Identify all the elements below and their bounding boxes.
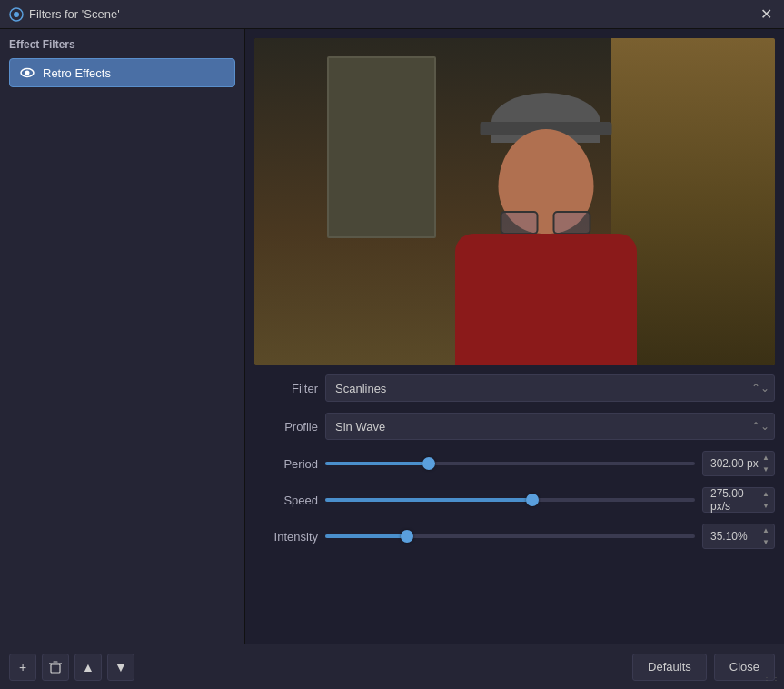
move-down-button[interactable]: ▼ — [107, 654, 134, 681]
svg-point-3 — [25, 71, 30, 75]
period-spinners: ▲ ▼ — [759, 452, 772, 475]
speed-value: 275.00 px/s — [710, 487, 759, 513]
bottom-right-buttons: Defaults Close — [632, 654, 775, 681]
defaults-button[interactable]: Defaults — [632, 654, 707, 681]
resize-grip: ⋮⋮ — [762, 675, 780, 685]
period-spin-up[interactable]: ▲ — [759, 452, 772, 464]
filter-select-wrap: Scanlines ⌃⌄ — [325, 374, 775, 402]
title-bar-left: Filters for 'Scene' — [9, 7, 120, 22]
app-icon — [9, 7, 24, 22]
speed-slider-track[interactable] — [325, 498, 695, 502]
filter-row: Filter Scanlines ⌃⌄ — [254, 374, 775, 402]
controls-panel: Filter Scanlines ⌃⌄ Profile Sin Wave — [254, 365, 775, 560]
intensity-value: 35.10% — [710, 530, 748, 543]
filter-label: Filter — [254, 382, 318, 395]
period-slider-row: 302.00 px ▲ ▼ — [325, 451, 775, 476]
trash-icon — [48, 660, 63, 674]
period-label: Period — [254, 457, 318, 471]
speed-spinners: ▲ ▼ — [759, 488, 772, 512]
bottom-bar: + ▲ ▼ Defaults Close — [0, 644, 784, 689]
intensity-spin-up[interactable]: ▲ — [759, 524, 772, 536]
body-shape: 053 — [455, 234, 637, 365]
period-slider-fill — [325, 462, 429, 465]
right-panel: 053 Filter Scanlines ⌃⌄ — [245, 29, 784, 644]
delete-filter-button[interactable] — [42, 654, 69, 681]
intensity-slider-row: 35.10% ▲ ▼ — [325, 524, 775, 549]
intensity-label: Intensity — [254, 530, 318, 544]
period-slider-thumb[interactable] — [422, 457, 435, 470]
content-area: Effect Filters Retro Effects — [0, 29, 784, 644]
left-panel: Effect Filters Retro Effects — [0, 29, 245, 644]
intensity-slider-track[interactable] — [325, 534, 695, 538]
main-layout: Effect Filters Retro Effects — [0, 29, 784, 689]
period-spin-down[interactable]: ▼ — [759, 464, 772, 475]
effect-item-retro[interactable]: Retro Effects — [9, 58, 235, 87]
title-bar: Filters for 'Scene' ✕ — [0, 0, 784, 29]
window-close-button[interactable]: ✕ — [757, 5, 775, 24]
svg-rect-4 — [51, 664, 60, 673]
period-slider-track[interactable] — [325, 462, 695, 465]
period-row: Period 302.00 px ▲ ▼ — [254, 451, 775, 476]
person-preview: 053 — [392, 84, 700, 365]
speed-spin-down[interactable]: ▼ — [759, 500, 772, 512]
head-shape — [498, 129, 593, 234]
window-title: Filters for 'Scene' — [29, 7, 120, 21]
effects-section-title: Effect Filters — [9, 38, 235, 51]
intensity-spin-down[interactable]: ▼ — [759, 536, 772, 548]
glasses-shape — [501, 211, 591, 231]
speed-spin-up[interactable]: ▲ — [759, 488, 772, 500]
intensity-value-box: 35.10% ▲ ▼ — [702, 524, 775, 549]
profile-label: Profile — [254, 420, 318, 434]
speed-slider-row: 275.00 px/s ▲ ▼ — [325, 487, 775, 513]
intensity-slider-thumb[interactable] — [401, 530, 413, 543]
speed-label: Speed — [254, 494, 318, 507]
bottom-left-buttons: + ▲ ▼ — [9, 654, 134, 681]
intensity-spinners: ▲ ▼ — [759, 524, 772, 548]
profile-select-wrap: Sin Wave ⌃⌄ — [325, 413, 775, 440]
preview-image: 053 — [254, 38, 775, 365]
period-value-box: 302.00 px ▲ ▼ — [702, 451, 775, 476]
speed-slider-fill — [325, 498, 532, 502]
speed-row: Speed 275.00 px/s ▲ ▼ — [254, 487, 775, 513]
profile-select[interactable]: Sin Wave — [325, 413, 775, 440]
move-up-button[interactable]: ▲ — [74, 654, 102, 681]
add-filter-button[interactable]: + — [9, 654, 36, 681]
eye-icon — [19, 65, 35, 81]
profile-row: Profile Sin Wave ⌃⌄ — [254, 413, 775, 440]
speed-value-box: 275.00 px/s ▲ ▼ — [702, 487, 775, 513]
filter-select[interactable]: Scanlines — [325, 374, 775, 402]
period-value: 302.00 px — [710, 457, 759, 470]
intensity-row: Intensity 35.10% ▲ ▼ — [254, 524, 775, 549]
preview-area: 053 — [254, 38, 775, 365]
speed-slider-thumb[interactable] — [526, 494, 539, 506]
intensity-slider-fill — [325, 534, 407, 538]
effect-label: Retro Effects — [43, 66, 111, 80]
svg-point-1 — [14, 12, 19, 17]
